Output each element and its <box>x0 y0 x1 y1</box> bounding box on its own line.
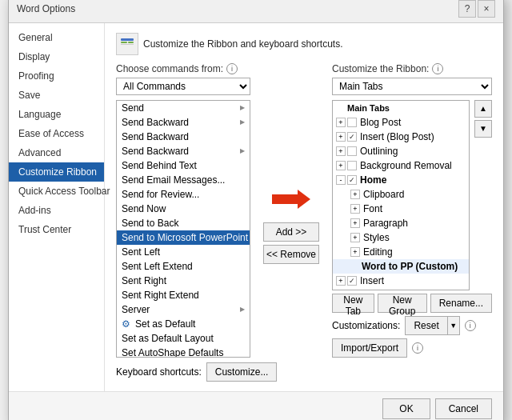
sidebar-item-quickaccess[interactable]: Quick Access Toolbar <box>9 182 104 201</box>
sidebar: General Display Proofing Save Language E… <box>9 23 105 391</box>
rename-button[interactable]: Rename... <box>430 294 492 313</box>
commands-list[interactable]: Send▶ Send Backward▶ Send Backward Send … <box>116 100 250 358</box>
add-arrow-indicator <box>272 188 310 213</box>
list-item[interactable]: Send Backward <box>117 130 250 144</box>
list-item[interactable]: Sent Left Extend <box>117 259 250 274</box>
commands-dropdown[interactable]: All Commands <box>116 78 250 95</box>
sidebar-item-customize[interactable]: Customize Ribbon <box>9 162 104 182</box>
remove-button[interactable]: << Remove <box>263 245 319 264</box>
sidebar-item-save[interactable]: Save <box>9 86 104 105</box>
dialog-title: Word Options <box>17 3 75 14</box>
tree-item-editing[interactable]: + Editing <box>333 245 469 259</box>
customize-keyboard-button[interactable]: Customize... <box>206 362 278 382</box>
dialog-body: General Display Proofing Save Language E… <box>9 23 503 391</box>
sidebar-item-display[interactable]: Display <box>9 47 104 66</box>
ribbon-dropdown[interactable]: Main Tabs <box>332 78 492 95</box>
list-item[interactable]: Send Backward▶ <box>117 115 250 130</box>
right-info-icon[interactable]: i <box>432 63 443 74</box>
sidebar-item-advanced[interactable]: Advanced <box>9 143 104 162</box>
customizations-row: Customizations: Reset ▼ i <box>332 316 492 335</box>
sidebar-item-proofing[interactable]: Proofing <box>9 66 104 86</box>
tree-item-wordtopp[interactable]: Word to PP (Custom) <box>333 259 469 274</box>
list-item[interactable]: Send Behind Text <box>117 158 250 173</box>
tree-item-design[interactable]: + Design <box>333 288 469 290</box>
ribbon-action-buttons: New Tab New Group Rename... <box>332 294 492 313</box>
tree-item-insertblog[interactable]: + Insert (Blog Post) <box>333 130 469 144</box>
tree-item-maintabs[interactable]: Main Tabs <box>333 101 469 115</box>
left-column: Choose commands from: i All Commands Sen… <box>116 63 250 358</box>
list-item[interactable]: Set AutoShape Defaults <box>117 346 250 358</box>
keyboard-label: Keyboard shortcuts: <box>116 366 202 378</box>
keyboard-shortcuts-row: Keyboard shortcuts: Customize... <box>116 362 492 382</box>
help-button[interactable]: ? <box>458 0 476 18</box>
list-item-send-to-powerpoint[interactable]: Send to Microsoft PowerPoint <box>117 230 250 245</box>
close-button[interactable]: × <box>478 0 495 18</box>
ribbon-tree[interactable]: Main Tabs + Blog Post + <box>332 100 470 290</box>
sidebar-item-addins[interactable]: Add-ins <box>9 201 104 220</box>
tree-item-outlining[interactable]: + Outlining <box>333 144 469 158</box>
svg-rect-0 <box>121 38 134 41</box>
right-column: Customize the Ribbon: i Main Tabs Main T… <box>332 63 492 358</box>
title-bar: Word Options ? × <box>9 0 503 23</box>
mid-buttons: Add >> << Remove <box>258 63 324 358</box>
reset-info-icon[interactable]: i <box>465 320 476 331</box>
ok-button[interactable]: OK <box>382 398 430 419</box>
svg-rect-3 <box>121 44 134 45</box>
tree-item-clipboard[interactable]: + Clipboard <box>333 187 469 202</box>
svg-rect-1 <box>121 42 127 43</box>
sidebar-item-trust[interactable]: Trust Center <box>9 220 104 239</box>
import-export-info-icon[interactable]: i <box>412 342 423 354</box>
left-col-label: Choose commands from: i <box>116 63 250 74</box>
cancel-button[interactable]: Cancel <box>435 398 492 419</box>
main-content: Customize the Ribbon and keyboard shortc… <box>105 23 503 391</box>
tree-item-insert[interactable]: + Insert <box>333 274 469 288</box>
new-tab-button[interactable]: New Tab <box>332 294 374 313</box>
svg-marker-4 <box>272 190 310 209</box>
add-button[interactable]: Add >> <box>263 222 319 242</box>
sidebar-item-language[interactable]: Language <box>9 105 104 124</box>
dialog-footer: OK Cancel <box>9 391 503 421</box>
two-col-layout: Choose commands from: i All Commands Sen… <box>116 63 492 358</box>
list-item[interactable]: Set as Default Layout <box>117 331 250 346</box>
left-info-icon[interactable]: i <box>226 63 238 74</box>
section-title-text: Customize the Ribbon and keyboard shortc… <box>143 38 342 50</box>
tree-reorder-buttons: ▲ ▼ <box>474 100 492 290</box>
tree-item-bgremoval[interactable]: + Background Removal <box>333 158 469 173</box>
section-title-row: Customize the Ribbon and keyboard shortc… <box>116 33 492 55</box>
reset-group: Reset ▼ <box>405 316 459 335</box>
tree-item-blogpost[interactable]: + Blog Post <box>333 115 469 130</box>
ribbon-icon <box>116 33 138 55</box>
svg-rect-2 <box>128 42 134 43</box>
new-group-button[interactable]: New Group <box>378 294 427 313</box>
customizations-label: Customizations: <box>332 320 400 331</box>
import-export-button[interactable]: Import/Export <box>332 338 407 358</box>
tree-item-font[interactable]: + Font <box>333 202 469 216</box>
import-export-row: Import/Export i <box>332 338 492 358</box>
list-item[interactable]: Send Now <box>117 202 250 216</box>
move-down-button[interactable]: ▼ <box>474 120 492 138</box>
list-item[interactable]: Send Backward▶ <box>117 144 250 158</box>
list-item[interactable]: Server▶ <box>117 302 250 317</box>
right-col-wrapper: Main Tabs + Blog Post + <box>332 100 492 290</box>
list-item[interactable]: Sent Right Extend <box>117 288 250 302</box>
tree-item-paragraph[interactable]: + Paragraph <box>333 216 469 230</box>
tree-item-styles[interactable]: + Styles <box>333 230 469 245</box>
list-item[interactable]: ⚙Set as Default <box>117 317 250 331</box>
tree-item-home[interactable]: - Home <box>333 173 469 187</box>
reset-dropdown-button[interactable]: ▼ <box>447 316 460 335</box>
arrow-icon <box>272 188 310 210</box>
list-item[interactable]: Sent Left <box>117 245 250 259</box>
word-options-dialog: Word Options ? × General Display Proofin… <box>8 0 504 420</box>
reset-button[interactable]: Reset <box>405 316 446 335</box>
move-up-button[interactable]: ▲ <box>474 100 492 118</box>
list-item[interactable]: Send Email Messages... <box>117 173 250 187</box>
sidebar-item-general[interactable]: General <box>9 28 104 47</box>
list-item[interactable]: Send▶ <box>117 101 250 115</box>
list-item[interactable]: Send for Review... <box>117 187 250 202</box>
list-item[interactable]: Send to Back <box>117 216 250 230</box>
sidebar-item-ease[interactable]: Ease of Access <box>9 124 104 143</box>
right-col-label: Customize the Ribbon: i <box>332 63 492 74</box>
right-bottom-section: New Tab New Group Rename... Customizatio… <box>332 294 492 358</box>
list-item-sent-right[interactable]: Sent Right <box>117 274 250 288</box>
